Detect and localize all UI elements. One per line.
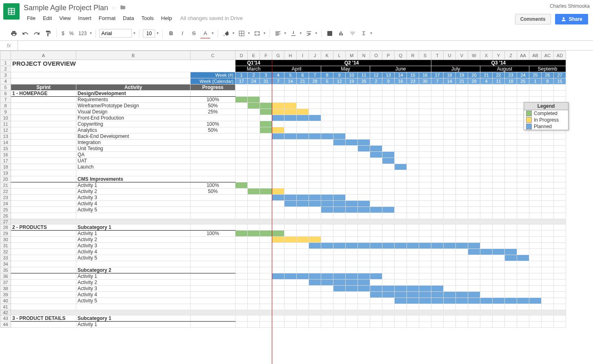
cell-gantt[interactable]: [333, 109, 346, 115]
cell-gantt[interactable]: [493, 224, 505, 231]
cell-gantt[interactable]: [284, 267, 297, 273]
cell-gantt[interactable]: [395, 304, 407, 310]
cell-gantt[interactable]: [505, 322, 517, 328]
cell-gantt[interactable]: [260, 304, 272, 310]
cell-gantt[interactable]: [346, 97, 358, 103]
cell-gantt[interactable]: [248, 304, 260, 310]
cell-gantt[interactable]: [444, 224, 456, 231]
cell-gantt[interactable]: [431, 243, 444, 249]
cell-gantt[interactable]: [444, 158, 456, 164]
cell-gantt[interactable]: [297, 146, 309, 152]
sheets-logo-icon[interactable]: [3, 3, 20, 20]
cell-gantt[interactable]: [395, 133, 407, 140]
cell-week-cal[interactable]: 16: [395, 78, 407, 84]
col-header[interactable]: D: [235, 51, 248, 60]
cell-sprint[interactable]: [11, 189, 76, 195]
cell-gantt[interactable]: [456, 231, 468, 237]
cell-sprint[interactable]: [11, 273, 76, 280]
cell-gantt[interactable]: [493, 176, 505, 182]
cell-gantt[interactable]: [248, 121, 260, 127]
user-name[interactable]: Charles Shimooka: [550, 3, 590, 9]
cell-gantt[interactable]: [272, 255, 284, 261]
cell-week-num[interactable]: 12: [370, 72, 382, 78]
cell-gantt[interactable]: [444, 164, 456, 170]
cell-gantt[interactable]: [370, 243, 382, 249]
cell-gantt[interactable]: [370, 249, 382, 255]
cell-gantt[interactable]: [529, 243, 542, 249]
cell-progress[interactable]: [191, 207, 235, 213]
cell-progress[interactable]: 25%: [191, 109, 235, 115]
chevron-down-icon[interactable]: ▼: [89, 31, 92, 35]
cell-gantt[interactable]: [480, 261, 493, 267]
col-header[interactable]: P: [382, 51, 395, 60]
cell-gantt[interactable]: [456, 158, 468, 164]
cell-gantt[interactable]: [284, 182, 297, 189]
cell-gantt[interactable]: [248, 273, 260, 280]
cell-gantt[interactable]: [297, 176, 309, 182]
cell-gantt[interactable]: [542, 170, 554, 176]
cell-sprint[interactable]: 3 - PRODUCT DETAILS: [11, 315, 76, 322]
cell-gantt[interactable]: [370, 146, 382, 152]
cell-gantt[interactable]: [309, 115, 321, 121]
cell-sprint[interactable]: [11, 298, 76, 304]
cell-project-title[interactable]: PROJECT OVERVIEW: [11, 60, 235, 72]
cell-gantt[interactable]: [529, 207, 542, 213]
cell-gantt[interactable]: [542, 189, 554, 195]
cell-gantt[interactable]: [431, 286, 444, 292]
cell-activity[interactable]: Visual Design: [76, 109, 191, 115]
cell-gantt[interactable]: [554, 170, 566, 176]
cell-gantt[interactable]: [468, 91, 480, 97]
cell-sprint[interactable]: [11, 182, 76, 189]
cell-gantt[interactable]: [358, 322, 370, 328]
cell-gantt[interactable]: [431, 267, 444, 273]
cell-gantt[interactable]: [468, 298, 480, 304]
cell-activity[interactable]: Integration: [76, 140, 191, 146]
cell-gantt[interactable]: [517, 267, 529, 273]
cell-month[interactable]: July: [431, 66, 480, 72]
cell-gantt[interactable]: [529, 189, 542, 195]
cell-gantt[interactable]: [419, 140, 431, 146]
cell-gantt[interactable]: [517, 152, 529, 158]
cell-gantt[interactable]: [407, 164, 419, 170]
cell-gantt[interactable]: [480, 207, 493, 213]
cell-gantt[interactable]: [505, 243, 517, 249]
cell-gantt[interactable]: [517, 292, 529, 298]
cell-gantt[interactable]: [444, 255, 456, 261]
cell-gantt[interactable]: [407, 224, 419, 231]
cell-gantt[interactable]: [468, 231, 480, 237]
cell-gantt[interactable]: [542, 267, 554, 273]
cell-gantt[interactable]: [382, 170, 395, 176]
cell-gantt[interactable]: [529, 158, 542, 164]
cell-gantt[interactable]: [395, 273, 407, 280]
cell-progress[interactable]: 50%: [191, 189, 235, 195]
cell-gantt[interactable]: [505, 189, 517, 195]
cell-gantt[interactable]: [493, 103, 505, 109]
cell-gantt[interactable]: [321, 115, 333, 121]
cell-gantt[interactable]: [260, 237, 272, 243]
cell-gantt[interactable]: [529, 249, 542, 255]
cell-quarter[interactable]: Q2 '14: [272, 60, 431, 66]
cell-gantt[interactable]: [444, 292, 456, 298]
cell-gantt[interactable]: [419, 292, 431, 298]
cell-gantt[interactable]: [346, 140, 358, 146]
cell-gantt[interactable]: [346, 292, 358, 298]
cell-gantt[interactable]: [505, 261, 517, 267]
cell-gantt[interactable]: [284, 170, 297, 176]
cell-progress[interactable]: [191, 292, 235, 298]
cell-gantt[interactable]: [272, 261, 284, 267]
row-header[interactable]: 13: [0, 133, 11, 140]
cell-gantt[interactable]: [554, 292, 566, 298]
cell-gantt[interactable]: [333, 267, 346, 273]
cell-progress[interactable]: [191, 273, 235, 280]
cell-gantt[interactable]: [235, 164, 248, 170]
col-header[interactable]: U: [444, 51, 456, 60]
cell-gantt[interactable]: [321, 286, 333, 292]
cell-gantt[interactable]: [419, 152, 431, 158]
cell-gantt[interactable]: [321, 280, 333, 286]
cell-gantt[interactable]: [370, 127, 382, 133]
cell-gantt[interactable]: [431, 103, 444, 109]
cell-gantt[interactable]: [297, 273, 309, 280]
cell-gantt[interactable]: [358, 315, 370, 322]
cell-gantt[interactable]: [517, 176, 529, 182]
col-header[interactable]: E: [248, 51, 260, 60]
